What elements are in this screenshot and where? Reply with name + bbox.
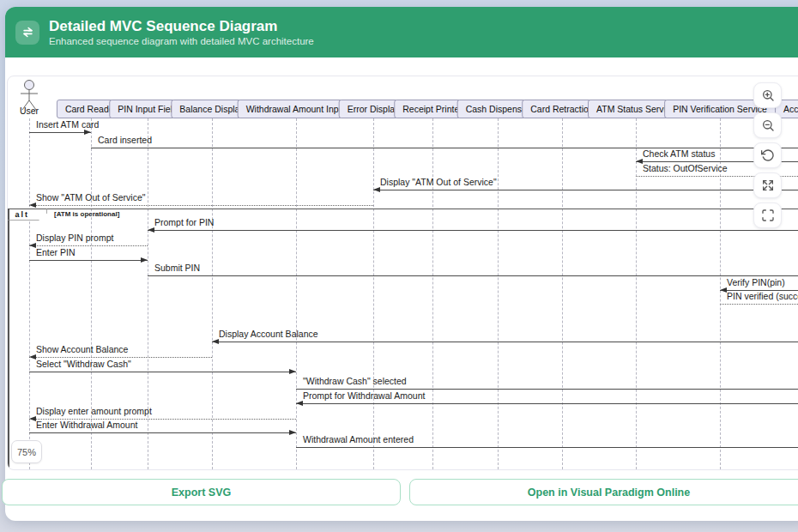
- alt-condition-label: [ATM is operational]: [54, 210, 119, 218]
- message-label: Display Account Balance: [219, 329, 318, 339]
- message-label: Insert ATM card: [36, 119, 99, 130]
- message-line: [29, 357, 212, 358]
- message-label: Display "ATM Out of Service": [380, 177, 497, 187]
- message-line: [29, 432, 296, 433]
- message-line: [212, 342, 798, 342]
- page-title: Detailed MVC Sequence Diagram: [49, 18, 314, 35]
- arrowhead-icon: [141, 257, 148, 263]
- arrowhead-icon: [212, 339, 219, 344]
- message-label: Enter Withdrawal Amount: [36, 420, 137, 430]
- message-line: [296, 447, 798, 448]
- arrowhead-icon: [29, 203, 36, 208]
- participant-box: Withdrawal Amount Input: [238, 100, 355, 118]
- arrowhead-icon: [636, 159, 643, 164]
- message-label: Verify PIN(pin): [727, 277, 785, 287]
- message-label: Check ATM status: [643, 148, 715, 159]
- message-label: Prompt for PIN: [154, 217, 214, 227]
- arrowhead-icon: [289, 369, 296, 374]
- footer-actions: Export SVG Open in Visual Paradigm Onlin…: [2, 479, 798, 505]
- message-label: Withdrawal Amount entered: [303, 434, 414, 444]
- zoom-level-badge: 75%: [11, 440, 42, 463]
- message-label: Display PIN prompt: [36, 233, 113, 243]
- arrowhead-icon: [29, 354, 36, 360]
- reset-view-button[interactable]: [753, 142, 782, 168]
- message-line: [29, 372, 296, 372]
- export-svg-button[interactable]: Export SVG: [2, 479, 401, 505]
- magnifier-minus-icon: [761, 118, 775, 132]
- arrowhead-icon: [148, 227, 154, 233]
- arrowhead-icon: [296, 401, 303, 406]
- arrowhead-icon: [84, 130, 91, 135]
- open-visual-paradigm-button[interactable]: Open in Visual Paradigm Online: [409, 479, 798, 505]
- message-line: [720, 304, 798, 305]
- card-header: Detailed MVC Sequence Diagram Enhanced s…: [5, 7, 798, 57]
- zoom-in-button[interactable]: [753, 82, 782, 108]
- header-text: Detailed MVC Sequence Diagram Enhanced s…: [49, 18, 314, 47]
- message-line: [29, 245, 148, 246]
- alt-operator-label: alt: [8, 209, 47, 221]
- message-label: Show "ATM Out of Service": [36, 192, 145, 203]
- zoom-out-button[interactable]: [753, 112, 782, 138]
- magnifier-plus-icon: [761, 88, 775, 102]
- arrowhead-icon: [720, 287, 727, 293]
- message-line: [373, 190, 798, 190]
- arrowhead-icon: [289, 430, 296, 435]
- message-label: Status: OutOfService: [643, 163, 728, 173]
- expand-arrows-icon: [761, 178, 775, 192]
- message-label: Prompt for Withdrawal Amount: [303, 390, 425, 401]
- message-label: Select "Withdraw Cash": [36, 359, 131, 369]
- message-label: Enter PIN: [36, 247, 76, 257]
- fullscreen-corners-icon: [761, 209, 775, 222]
- message-label: PIN verified (success): [727, 291, 798, 301]
- message-label: Show Account Balance: [36, 344, 128, 354]
- alt-frame: alt [ATM is operational]: [8, 209, 798, 470]
- message-label: Display enter amount prompt: [36, 406, 152, 416]
- message-line: [29, 260, 148, 261]
- message-label: Card inserted: [98, 135, 152, 145]
- message-line: [148, 275, 798, 276]
- diagram-canvas: User alt [ATM is operational] Card Reade…: [8, 76, 798, 469]
- message-label: "Withdraw Cash" selected: [303, 376, 407, 386]
- message-line: [296, 389, 798, 390]
- diagram-card: Detailed MVC Sequence Diagram Enhanced s…: [5, 7, 798, 521]
- actor-label: User: [20, 106, 39, 116]
- message-line: [29, 205, 373, 206]
- diagram-viewport[interactable]: User alt [ATM is operational] Card Reade…: [7, 76, 798, 470]
- arrowhead-icon: [29, 243, 36, 248]
- message-label: Submit PIN: [154, 263, 200, 273]
- arrowhead-icon: [373, 187, 380, 192]
- page-subtitle: Enhanced sequence diagram with detailed …: [49, 36, 314, 46]
- swap-arrows-icon: [15, 21, 39, 45]
- message-line: [296, 403, 798, 404]
- arrowhead-icon: [29, 416, 36, 421]
- message-line: [29, 132, 91, 133]
- diagram-controls: [753, 82, 782, 228]
- message-line: [148, 230, 798, 231]
- fullscreen-button[interactable]: [753, 203, 782, 228]
- rotate-ccw-icon: [761, 148, 775, 162]
- expand-button[interactable]: [753, 172, 782, 198]
